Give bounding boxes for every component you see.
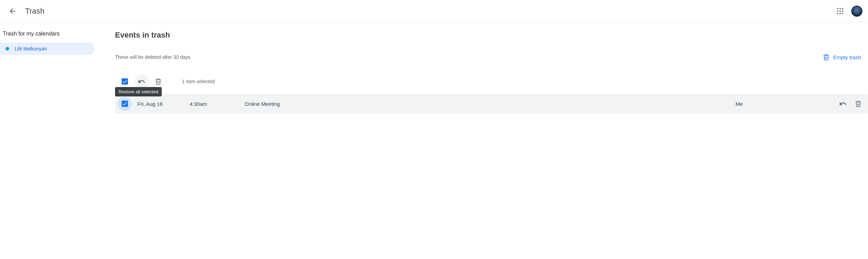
content-area: Events in trash These will be deleted af…: [98, 22, 868, 122]
svg-point-7: [839, 13, 841, 14]
avatar[interactable]: [851, 6, 862, 17]
restore-all-button[interactable]: [135, 74, 149, 88]
svg-point-4: [839, 10, 841, 12]
content-title: Events in trash: [115, 31, 868, 40]
apps-button[interactable]: [833, 4, 847, 18]
sidebar-item-calendar[interactable]: Lilit Melkonyan: [0, 42, 95, 55]
row-checkbox: [122, 101, 128, 107]
apps-grid-icon: [836, 7, 844, 15]
back-button[interactable]: [6, 4, 20, 18]
calendar-color-dot-icon: [6, 47, 9, 50]
select-all-checkbox-wrap[interactable]: [118, 74, 132, 88]
page-title: Trash: [25, 7, 44, 16]
event-time: 4:30am: [190, 101, 242, 107]
restore-event-button[interactable]: [836, 97, 850, 111]
undo-icon: [138, 78, 145, 85]
svg-point-6: [837, 13, 838, 14]
header-right: [833, 4, 862, 18]
delete-all-button[interactable]: [151, 74, 165, 88]
sidebar-item-label: Lilit Melkonyan: [15, 46, 47, 52]
event-title: Online Meeting: [245, 101, 733, 107]
retention-text: These will be deleted after 30 days: [115, 54, 190, 60]
trash-icon: [823, 54, 830, 61]
checkmark-icon: [122, 101, 128, 107]
event-owner: Me: [736, 101, 833, 107]
svg-point-1: [839, 8, 841, 9]
undo-icon: [839, 100, 847, 108]
selection-toolbar: 1 item selected Restore all selected: [115, 72, 868, 94]
sidebar-title: Trash for my calendars: [0, 31, 98, 42]
app-header: Trash: [0, 0, 868, 22]
sidebar: Trash for my calendars Lilit Melkonyan: [0, 22, 98, 122]
svg-point-3: [837, 10, 838, 12]
tooltip: Restore all selected: [115, 87, 162, 96]
svg-point-5: [842, 10, 843, 12]
svg-point-2: [842, 8, 843, 9]
svg-point-8: [842, 13, 843, 14]
trash-icon: [155, 78, 162, 85]
trash-event-row[interactable]: Fri, Aug 16 4:30am Online Meeting Me: [115, 94, 868, 113]
row-actions: [836, 97, 865, 111]
empty-trash-label: Empty trash: [833, 54, 861, 60]
content-sub-row: These will be deleted after 30 days Empt…: [115, 51, 868, 63]
event-date: Fri, Aug 16: [135, 101, 187, 107]
select-all-checkbox: [122, 78, 128, 85]
header-left: Trash: [6, 4, 44, 18]
delete-event-button[interactable]: [851, 97, 865, 111]
arrow-left-icon: [8, 7, 17, 15]
svg-point-0: [837, 8, 838, 9]
trash-icon: [855, 100, 862, 107]
row-checkbox-wrap[interactable]: [118, 97, 132, 111]
selection-count-text: 1 item selected: [182, 79, 215, 84]
checkmark-icon: [122, 79, 128, 84]
empty-trash-button[interactable]: Empty trash: [818, 51, 865, 63]
main-layout: Trash for my calendars Lilit Melkonyan E…: [0, 22, 868, 122]
